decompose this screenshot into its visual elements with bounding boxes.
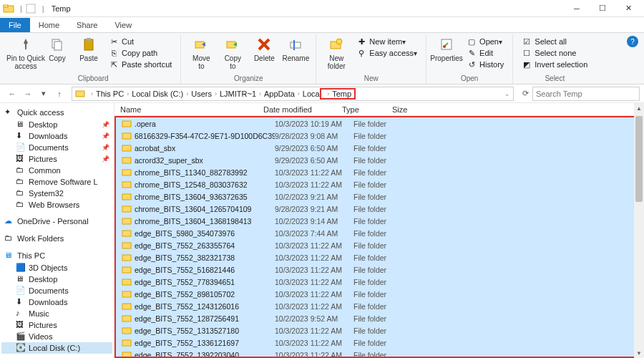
search-box[interactable] [532, 87, 640, 101]
column-name[interactable]: Name [120, 105, 263, 114]
select-none-button[interactable]: ☐Select none [520, 47, 589, 59]
sidebar-item[interactable]: 🖥Desktop📌 [1, 119, 112, 130]
sidebar-item[interactable]: 🖼Pictures [1, 319, 112, 331]
properties-button[interactable]: Properties [431, 34, 462, 64]
qat-icon[interactable] [25, 3, 36, 14]
sidebar-item[interactable]: 💽Local Disk (C:) [1, 342, 112, 354]
file-row[interactable]: edge_BITS_7552_89810570210/3/2023 11:22 … [116, 288, 643, 300]
folder-icon [122, 168, 132, 178]
cut-button[interactable]: ✂Cut [107, 36, 173, 47]
file-row[interactable]: edge_BITS_7552_139220304010/3/2023 11:22… [116, 349, 643, 358]
breadcrumb[interactable]: ›LJMITR~1 [212, 90, 256, 98]
sidebar-this-pc[interactable]: 🖥This PC [1, 249, 112, 262]
file-row[interactable]: chrome_BITS_11340_88278399210/3/2023 11:… [116, 166, 643, 178]
breadcrumb[interactable]: ›AppData [256, 90, 295, 98]
scroll-down-button[interactable]: ▼ [634, 348, 644, 358]
column-size[interactable]: Size [392, 105, 428, 114]
new-folder-button[interactable]: New folder [321, 34, 352, 72]
delete-button[interactable]: Delete [248, 34, 280, 64]
easy-access-button[interactable]: ⚲Easy access ▾ [355, 47, 419, 59]
sidebar-item[interactable]: 🟦3D Objects [1, 262, 112, 274]
sidebar-item[interactable]: 🖼Pictures📌 [1, 153, 112, 165]
tab-file[interactable]: File [0, 18, 30, 32]
tab-home[interactable]: Home [30, 18, 68, 32]
file-list[interactable]: .opera10/3/2023 10:19 AMFile folder68166… [114, 116, 644, 358]
tab-share[interactable]: Share [68, 18, 106, 32]
new-item-button[interactable]: ✚New item ▾ [355, 36, 419, 47]
file-row[interactable]: edge_BITS_7552_26335576410/3/2023 11:22 … [116, 239, 643, 251]
sidebar-item[interactable]: 🗀Remove Software L [1, 176, 112, 188]
file-row[interactable]: edge_BITS_7552_131352718010/3/2023 11:22… [116, 324, 643, 337]
sidebar-item[interactable]: 🗀System32 [1, 188, 112, 199]
sidebar-work-folders[interactable]: 🗀Work Folders [1, 232, 112, 245]
help-icon[interactable]: ? [627, 36, 638, 47]
invert-selection-icon: ◩ [522, 59, 532, 69]
tab-view[interactable]: View [106, 18, 140, 32]
breadcrumb-current[interactable]: ›Temp [320, 88, 356, 100]
file-row[interactable]: chrome_BITS_12548_80303763210/3/2023 11:… [116, 178, 643, 190]
breadcrumb-dropdown[interactable]: ⌄ [504, 90, 510, 97]
sidebar-item[interactable]: ⬇Downloads📌 [1, 130, 112, 142]
file-row[interactable]: chrome_BITS_13604_12657041099/28/2023 9:… [116, 203, 643, 215]
sidebar-item[interactable]: 🎬Videos [1, 331, 112, 342]
minimize-button[interactable]: ─ [564, 0, 590, 17]
select-all-button[interactable]: ☑Select all [520, 36, 589, 47]
file-row[interactable]: chrome_BITS_13604_136819841310/2/2023 9:… [116, 215, 643, 227]
file-row[interactable]: chrome_BITS_13604_93637263510/2/2023 9:2… [116, 190, 643, 203]
sidebar-item[interactable]: 📄Documents [1, 285, 112, 296]
breadcrumb[interactable]: ›Users [183, 90, 212, 98]
breadcrumb[interactable]: ›Local Disk (C:) [124, 90, 183, 98]
file-row[interactable]: acrord32_super_sbx9/29/2023 6:50 AMFile … [116, 154, 643, 166]
open-button[interactable]: ▢Open ▾ [465, 36, 505, 47]
paste-button[interactable]: Paste [73, 34, 104, 64]
close-button[interactable]: ✕ [615, 0, 641, 17]
copy-path-button[interactable]: ⎘Copy path [107, 47, 173, 59]
sidebar-quick-access[interactable]: ✦Quick access [1, 106, 112, 119]
scroll-up-button[interactable]: ▲ [634, 103, 644, 113]
file-row[interactable]: edge_BITS_7552_133612169710/3/2023 11:22… [116, 337, 643, 349]
copy-to-button[interactable]: Copy to [217, 34, 248, 72]
breadcrumb-bar[interactable]: ›This PC ›Local Disk (C:) ›Users ›LJMITR… [72, 87, 514, 101]
scrollbar[interactable]: ▲ ▼ [634, 103, 644, 358]
svg-rect-26 [122, 243, 131, 248]
file-row[interactable]: 68166329-F354-47C2-9E71-9D100D6C39049/28… [116, 130, 643, 142]
file-row[interactable]: acrobat_sbx9/29/2023 6:50 AMFile folder [116, 142, 643, 154]
breadcrumb[interactable]: ›Local [295, 90, 321, 98]
file-row[interactable]: edge_BITS_7552_38232173810/3/2023 11:22 … [116, 251, 643, 263]
sidebar-item[interactable]: 🗀Web Browsers [1, 199, 112, 211]
sidebar-item[interactable]: 🗀Common [1, 165, 112, 176]
sidebar-item[interactable]: 📄Documents📌 [1, 142, 112, 153]
sidebar-onedrive[interactable]: ☁OneDrive - Personal [1, 215, 112, 228]
recent-button[interactable]: ▾ [36, 86, 52, 102]
file-row[interactable]: .opera10/3/2023 10:19 AMFile folder [116, 117, 643, 130]
search-input[interactable] [536, 90, 636, 98]
forward-button[interactable]: → [20, 86, 36, 102]
breadcrumb[interactable]: ›This PC [88, 90, 124, 98]
file-row[interactable]: edge_BITS_7552_128725649110/2/2023 9:52 … [116, 312, 643, 324]
up-button[interactable]: ↑ [52, 86, 67, 102]
pin-to-quick-access-button[interactable]: Pin to Quick access [10, 34, 42, 72]
column-type[interactable]: Type [342, 105, 392, 114]
file-row[interactable]: edge_BITS_7552_77839465110/3/2023 11:22 … [116, 276, 643, 288]
edit-button[interactable]: ✎Edit [465, 47, 505, 59]
maximize-button[interactable]: ☐ [590, 0, 615, 17]
refresh-button[interactable]: ⟳ [518, 87, 532, 101]
scroll-thumb[interactable] [635, 116, 643, 202]
sidebar-item[interactable]: 🖥Desktop [1, 274, 112, 285]
sidebar-item[interactable]: ⬇Downloads [1, 296, 112, 308]
history-button[interactable]: ↺History [465, 59, 505, 70]
rename-button[interactable]: Rename [280, 34, 311, 64]
back-button[interactable]: ← [4, 86, 20, 102]
copy-icon [49, 36, 66, 53]
file-row[interactable]: edge_BITS_5980_35407397610/3/2023 7:44 A… [116, 227, 643, 239]
file-row[interactable]: edge_BITS_7552_124312601610/3/2023 11:22… [116, 300, 643, 312]
item-icon: 🗀 [16, 177, 26, 187]
move-to-button[interactable]: Move to [185, 34, 217, 72]
sidebar-item[interactable]: ♪Music [1, 308, 112, 319]
paste-shortcut-button[interactable]: ⇱Paste shortcut [107, 59, 173, 70]
invert-selection-button[interactable]: ◩Invert selection [520, 59, 589, 70]
copy-button[interactable]: Copy [42, 34, 73, 64]
file-row[interactable]: edge_BITS_7552_51682144610/3/2023 11:22 … [116, 263, 643, 276]
folder-icon [122, 265, 132, 275]
column-date[interactable]: Date modified [263, 105, 342, 114]
